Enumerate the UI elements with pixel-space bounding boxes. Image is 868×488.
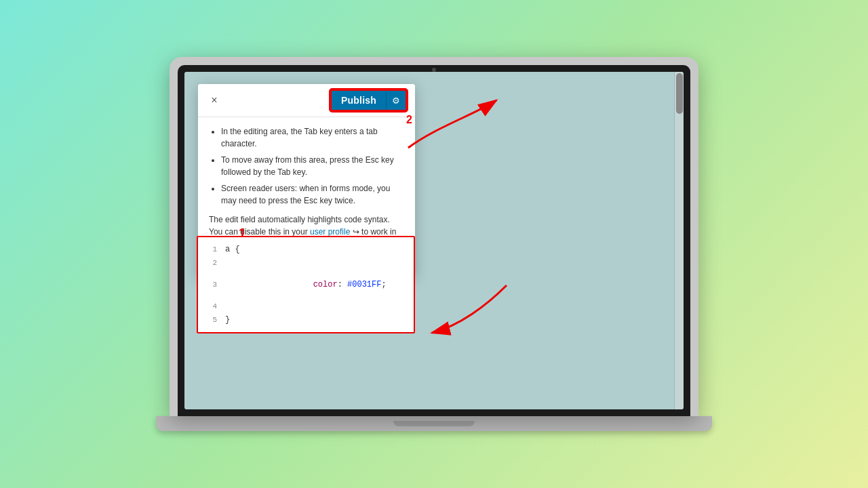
code-lines: 1 a { 2 3 color: #0031FF; — [198, 237, 414, 332]
screen-bezel: × Publish ⚙ 2 In the edit — [178, 65, 690, 416]
laptop-base — [156, 416, 712, 431]
line-content-3: color: #0031FF; — [225, 270, 387, 299]
laptop-outer: × Publish ⚙ 2 In the edit — [170, 57, 698, 416]
code-line-5: 5 } — [198, 313, 414, 327]
line-number-3: 3 — [203, 281, 217, 289]
line-content-4 — [225, 302, 230, 311]
list-item-2: To move away from this area, press the E… — [221, 154, 404, 178]
code-line-2: 2 — [198, 256, 414, 270]
screen-content: × Publish ⚙ 2 In the edit — [184, 72, 684, 409]
modal-header: × Publish ⚙ 2 — [198, 84, 415, 117]
laptop-notch — [393, 421, 475, 426]
scrollbar-thumb — [676, 73, 683, 114]
arrow-1 — [418, 272, 520, 346]
line-number-4: 4 — [203, 302, 217, 310]
line-number-5: 5 — [203, 316, 217, 324]
code-line-3: 3 color: #0031FF; — [198, 270, 414, 300]
publish-button[interactable]: Publish — [332, 91, 386, 110]
main-scrollbar[interactable] — [674, 72, 684, 409]
code-editor[interactable]: 1 a { 2 3 color: #0031FF; — [197, 236, 415, 333]
list-item-3: Screen reader users: when in forms mode,… — [221, 182, 404, 207]
code-line-1: 1 a { — [198, 243, 414, 256]
close-x-button[interactable]: × — [206, 92, 222, 108]
line-content-1: a { — [225, 245, 240, 254]
user-profile-link[interactable]: user profile — [310, 227, 350, 237]
list-item-1: In the editing area, the Tab key enters … — [221, 125, 404, 150]
arrow-2 — [395, 87, 517, 155]
line-content-5: } — [225, 315, 230, 325]
line-number-2: 2 — [203, 259, 217, 267]
line-content-2 — [225, 258, 230, 268]
laptop-container: × Publish ⚙ 2 In the edit — [156, 57, 712, 431]
code-line-4: 4 — [198, 300, 414, 313]
laptop-screen: × Publish ⚙ 2 In the edit — [184, 72, 684, 409]
footer-icon: ↪ — [353, 227, 359, 237]
keyboard-nav-list: In the editing area, the Tab key enters … — [209, 125, 404, 207]
line-number-1: 1 — [203, 245, 217, 253]
